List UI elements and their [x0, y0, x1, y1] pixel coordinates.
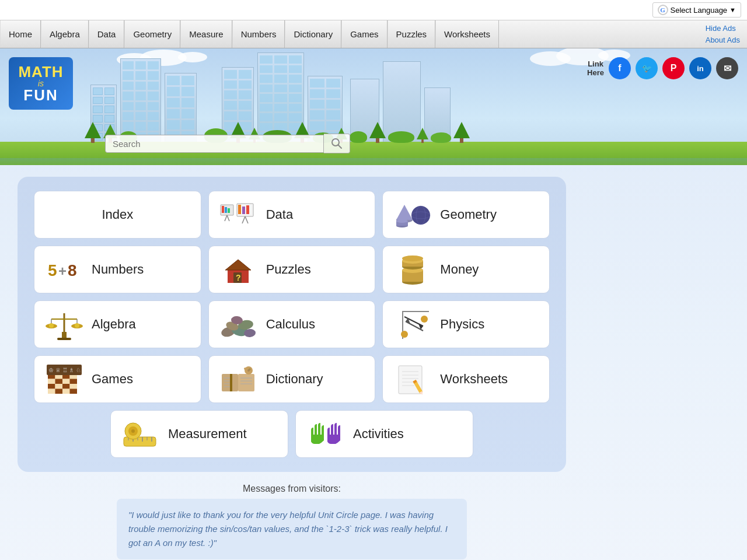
activities-label: Activities: [353, 426, 404, 442]
nav-dictionary[interactable]: Dictionary: [285, 20, 341, 48]
data-icon: [218, 197, 259, 232]
topic-card-worksheets[interactable]: Worksheets: [382, 355, 550, 403]
pinterest-icon: P: [671, 63, 677, 74]
main-content: Index: [0, 165, 584, 560]
bottom-row: Measurement Activities: [34, 410, 550, 458]
twitter-button[interactable]: 🐦: [636, 57, 658, 79]
nav-worksheets[interactable]: Worksheets: [435, 20, 499, 48]
select-language-button[interactable]: G Select Language ▼: [652, 2, 741, 18]
topic-card-algebra[interactable]: Algebra: [34, 300, 201, 348]
messages-section: Messages from visitors: "I would just li…: [117, 484, 467, 559]
dropdown-arrow-icon: ▼: [729, 6, 736, 13]
algebra-icon: [44, 307, 85, 342]
numbers-icon: 5 + 8: [44, 252, 85, 287]
twitter-icon: 🐦: [642, 64, 652, 73]
topic-grid: Index: [34, 191, 550, 458]
email-icon: ✉: [724, 63, 731, 74]
svg-line-6: [225, 215, 227, 221]
search-input[interactable]: [105, 135, 324, 153]
svg-rect-3: [222, 206, 224, 213]
worksheets-label: Worksheets: [440, 372, 508, 387]
svg-line-13: [245, 216, 248, 223]
data-label: Data: [266, 207, 293, 222]
svg-marker-25: [225, 260, 251, 270]
topic-card-physics[interactable]: Physics: [382, 300, 550, 348]
svg-rect-82: [238, 374, 254, 391]
top-bar: G Select Language ▼: [0, 0, 747, 20]
svg-point-45: [49, 323, 54, 328]
pinterest-button[interactable]: P: [662, 57, 685, 79]
svg-line-7: [227, 215, 229, 221]
puzzles-label: Puzzles: [266, 262, 311, 277]
puzzles-icon: ?: [218, 252, 259, 287]
svg-rect-83: [230, 374, 232, 391]
svg-point-46: [75, 323, 79, 328]
svg-line-1: [338, 145, 341, 149]
calculus-label: Calculus: [266, 317, 315, 332]
svg-marker-15: [396, 205, 413, 220]
nav-numbers[interactable]: Numbers: [232, 20, 285, 48]
topic-card-measurement[interactable]: Measurement: [110, 410, 288, 458]
message-quote: "I would just like to thank you for the …: [128, 510, 448, 548]
svg-rect-67: [48, 379, 55, 384]
physics-icon: [392, 307, 433, 342]
topic-card-numbers[interactable]: 5 + 8 Numbers: [34, 246, 201, 293]
svg-point-114: [131, 429, 135, 433]
topic-card-calculus[interactable]: Calculus: [208, 300, 376, 348]
linkedin-icon: in: [697, 64, 704, 73]
physics-label: Physics: [440, 317, 484, 332]
svg-rect-11: [246, 205, 249, 214]
link-here-label2: Here: [587, 68, 604, 77]
search-button[interactable]: [324, 134, 350, 153]
site-logo[interactable]: MATH is FUN: [9, 57, 73, 110]
messages-title: Messages from visitors:: [117, 484, 467, 494]
svg-rect-70: [69, 379, 77, 384]
algebra-label: Algebra: [92, 317, 136, 332]
topic-card-activities[interactable]: Activities: [295, 410, 473, 458]
svg-rect-4: [225, 207, 227, 213]
link-here-button[interactable]: Link Here: [587, 60, 604, 77]
nav-measure[interactable]: Measure: [180, 20, 232, 48]
about-ads-link[interactable]: About Ads: [706, 34, 740, 46]
svg-rect-69: [62, 379, 70, 384]
topic-card-geometry[interactable]: Geometry: [382, 191, 550, 239]
email-button[interactable]: ✉: [716, 57, 738, 79]
svg-rect-44: [57, 338, 71, 340]
svg-rect-54: [402, 311, 429, 312]
svg-text:♔ ♕ ♖ ♗ ♘ ♙: ♔ ♕ ♖ ♗ ♘ ♙: [48, 367, 83, 373]
nav-home[interactable]: Home: [0, 20, 41, 48]
money-icon: [392, 252, 433, 287]
nav-games[interactable]: Games: [341, 20, 387, 48]
search-container: [105, 134, 350, 153]
svg-rect-76: [55, 388, 62, 394]
measurement-label: Measurement: [168, 426, 247, 442]
nav-data[interactable]: Data: [89, 20, 125, 48]
logo-fun-text: FUN: [23, 88, 58, 103]
svg-rect-5: [228, 208, 230, 213]
svg-text:?: ?: [236, 273, 241, 282]
topic-card-puzzles[interactable]: ? Puzzles: [208, 246, 376, 293]
topic-card-dictionary[interactable]: Dictionary: [208, 355, 376, 403]
facebook-icon: f: [618, 63, 621, 74]
svg-rect-78: [69, 388, 77, 394]
topic-card-index[interactable]: Index: [34, 191, 201, 239]
games-label: Games: [92, 372, 133, 387]
svg-point-16: [411, 206, 430, 225]
svg-point-60: [401, 331, 408, 338]
nav-puzzles[interactable]: Puzzles: [388, 20, 436, 48]
linkedin-button[interactable]: in: [689, 57, 711, 79]
facebook-button[interactable]: f: [609, 57, 631, 79]
svg-rect-71: [48, 384, 55, 389]
svg-rect-73: [62, 384, 70, 389]
svg-point-36: [402, 256, 423, 261]
index-label: Index: [102, 207, 133, 222]
topic-card-money[interactable]: Money: [382, 246, 550, 293]
social-icons: Link Here f 🐦 P in ✉: [587, 57, 738, 79]
topic-card-games[interactable]: ♔ ♕ ♖ ♗ ♘ ♙ Games: [34, 355, 201, 403]
topic-card-data[interactable]: Data: [208, 191, 376, 239]
nav-geometry[interactable]: Geometry: [124, 20, 180, 48]
svg-rect-9: [238, 205, 241, 214]
nav-algebra[interactable]: Algebra: [41, 20, 89, 48]
hide-ads-link[interactable]: Hide Ads: [706, 23, 740, 34]
svg-rect-74: [69, 384, 77, 389]
